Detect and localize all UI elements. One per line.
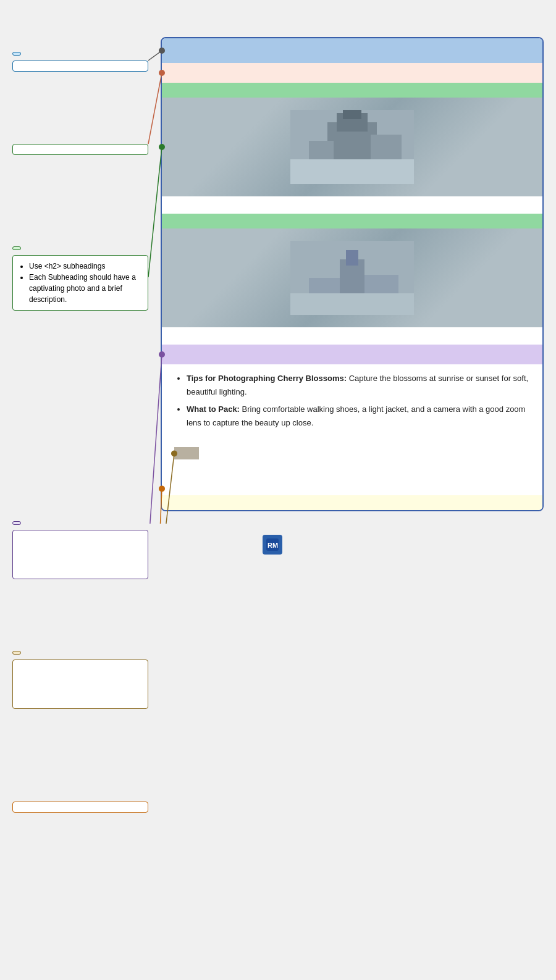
sidebar: Use <h2> subheadings Each Subheading sho…	[12, 37, 161, 511]
annotation-title	[12, 49, 148, 72]
city-2-heading	[162, 214, 542, 228]
city-2-image	[162, 228, 542, 327]
annotation-tips-box	[12, 530, 148, 579]
annotation-title-label	[12, 52, 21, 56]
main-content: Tips for Photographing Cherry Blossoms: …	[161, 37, 544, 511]
svg-rect-3	[343, 110, 361, 119]
content-intro	[162, 63, 542, 83]
annotation-list: Use <h2> subheadings Each Subheading sho…	[12, 244, 148, 311]
rankmath-logo-icon: RM	[263, 535, 282, 555]
faq-section	[162, 443, 542, 462]
tips-content: Tips for Photographing Cherry Blossoms: …	[162, 364, 542, 443]
annotation-conclusion-box	[12, 802, 148, 813]
page-title	[0, 0, 556, 31]
svg-rect-9	[346, 250, 358, 266]
conclusion-content	[162, 495, 542, 510]
annotation-tips	[12, 519, 148, 579]
tip-2: What to Pack: Bring comfortable walking …	[187, 403, 530, 430]
annotation-conclusion	[12, 790, 148, 813]
extra-tips-heading	[162, 345, 542, 364]
annotation-faq	[12, 648, 148, 709]
city-1-description	[162, 196, 542, 214]
annotation-list-box: Use <h2> subheadings Each Subheading sho…	[12, 255, 148, 311]
svg-text:RM: RM	[267, 542, 278, 549]
city-2-description	[162, 327, 542, 345]
footer-logo: RM	[263, 535, 286, 555]
city-1-image	[162, 98, 542, 196]
faq-heading	[174, 447, 199, 459]
city-1-heading	[162, 83, 542, 98]
annotation-faq-box	[12, 660, 148, 709]
svg-rect-12	[290, 293, 414, 315]
faq-content	[162, 462, 542, 482]
annotation-intro-box	[12, 144, 148, 155]
annotation-title-box	[12, 61, 148, 72]
content-title	[162, 38, 542, 63]
svg-rect-6	[290, 159, 414, 184]
tip-1: Tips for Photographing Cherry Blossoms: …	[187, 372, 530, 399]
annotation-faq-label	[12, 651, 21, 655]
conclusion-heading	[162, 482, 542, 495]
annotation-tips-label	[12, 521, 21, 525]
annotation-intro	[12, 133, 148, 155]
annotation-list-label	[12, 246, 21, 250]
